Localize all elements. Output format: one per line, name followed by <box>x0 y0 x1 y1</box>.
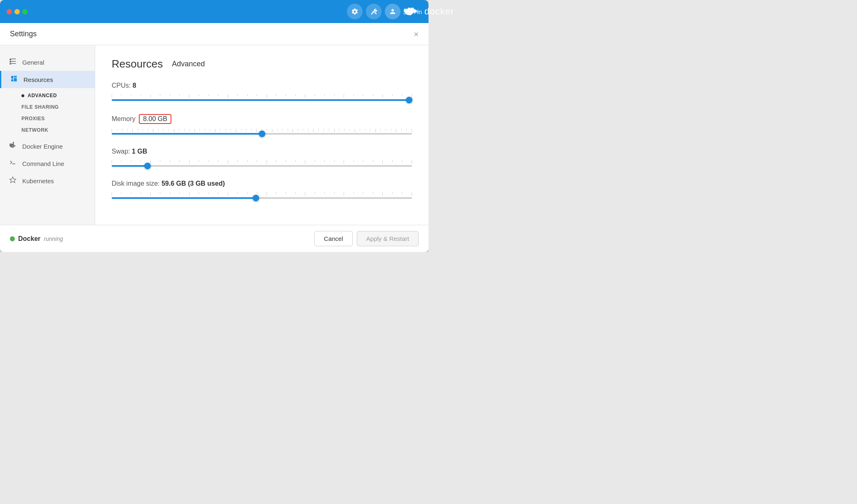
sub-label-advanced: ADVANCED <box>28 93 57 98</box>
swap-slider[interactable] <box>112 165 412 167</box>
svg-rect-14 <box>11 76 13 79</box>
tab-advanced[interactable]: Advanced <box>169 59 207 69</box>
cpus-tick-row <box>112 94 412 98</box>
sidebar-item-docker-engine[interactable]: Docker Engine <box>0 138 95 155</box>
memory-slider[interactable] <box>112 133 412 135</box>
sub-label-proxies: PROXIES <box>21 116 45 121</box>
sidebar-label-kubernetes: Kubernetes <box>22 177 54 184</box>
svg-rect-9 <box>10 61 12 63</box>
svg-rect-10 <box>10 63 12 65</box>
svg-rect-12 <box>12 61 16 62</box>
memory-label: Memory 8.00 GB <box>112 114 412 124</box>
titlebar-left <box>7 9 28 14</box>
bottom-bar: Docker running Cancel Apply & Restart <box>0 225 428 252</box>
wrench-icon-btn[interactable] <box>366 4 382 19</box>
titlebar: docker Sign in <box>0 0 428 23</box>
cpus-section: CPUs: 8 <box>112 82 412 101</box>
sidebar-item-general[interactable]: General <box>0 54 95 71</box>
close-button[interactable]: × <box>414 30 419 38</box>
disk-label: Disk image size: 59.6 GB (3 GB used) <box>112 180 412 187</box>
disk-thumb[interactable] <box>253 195 259 201</box>
settings-icon-btn[interactable] <box>347 4 363 19</box>
disk-section: Disk image size: 59.6 GB (3 GB used) <box>112 180 412 199</box>
disk-tick-row <box>112 192 412 196</box>
svg-marker-24 <box>10 177 16 183</box>
command-line-icon <box>8 159 17 168</box>
cpus-slider[interactable] <box>112 99 412 101</box>
close-traffic-light[interactable] <box>7 9 12 14</box>
bottom-actions: Cancel Apply & Restart <box>314 231 419 246</box>
resources-icon <box>9 75 19 84</box>
swap-label: Swap: 1 GB <box>112 148 412 155</box>
kubernetes-icon <box>8 176 17 185</box>
sidebar-label-general: General <box>22 59 44 66</box>
docker-name: Docker <box>18 235 40 243</box>
sidebar-item-resources[interactable]: Resources <box>0 71 95 88</box>
docker-status: Docker running <box>10 235 63 243</box>
main-panel: Resources Advanced CPUs: 8 <box>95 45 428 225</box>
cpus-thumb[interactable] <box>406 97 412 103</box>
titlebar-center: docker <box>403 5 428 18</box>
cpus-label: CPUs: 8 <box>112 82 412 89</box>
svg-rect-23 <box>13 142 14 143</box>
apply-restart-button[interactable]: Apply & Restart <box>357 231 419 246</box>
svg-rect-11 <box>12 58 16 59</box>
swap-tick-row <box>112 160 412 163</box>
svg-rect-16 <box>14 76 17 77</box>
app-name: docker <box>424 6 428 17</box>
sidebar-sub-menu: ADVANCED FILE SHARING PROXIES NETWORK <box>0 88 95 138</box>
main-content: Settings × General Resources <box>0 23 428 252</box>
docker-engine-icon <box>8 142 17 151</box>
panel-header: Resources Advanced <box>112 58 412 70</box>
svg-rect-8 <box>10 58 12 60</box>
status-running: running <box>44 236 63 242</box>
panel-title: Resources <box>112 58 163 70</box>
disk-slider[interactable] <box>112 197 412 199</box>
svg-rect-13 <box>12 63 16 64</box>
docker-logo-icon <box>403 5 420 18</box>
svg-point-7 <box>405 14 405 15</box>
sub-dot-advanced <box>21 94 24 97</box>
memory-thumb[interactable] <box>259 131 265 137</box>
sub-label-filesharing: FILE SHARING <box>21 104 59 110</box>
sidebar-sub-filesharing[interactable]: FILE SHARING <box>0 101 95 113</box>
traffic-lights <box>7 9 28 14</box>
swap-fill <box>112 165 148 167</box>
memory-value-box[interactable]: 8.00 GB <box>139 114 171 124</box>
sub-label-network: NETWORK <box>21 127 49 133</box>
swap-thumb[interactable] <box>144 163 151 169</box>
memory-section: Memory 8.00 GB <box>112 114 412 135</box>
settings-header: Settings × <box>0 23 428 45</box>
sidebar-label-docker-engine: Docker Engine <box>22 143 63 150</box>
sidebar-sub-advanced[interactable]: ADVANCED <box>0 90 95 101</box>
sidebar: General Resources ADVANCED FI <box>0 45 95 225</box>
status-dot <box>10 236 15 241</box>
sidebar-label-resources: Resources <box>23 76 53 83</box>
svg-rect-17 <box>14 78 17 82</box>
settings-title: Settings <box>10 30 37 38</box>
general-icon <box>8 58 17 67</box>
maximize-traffic-light[interactable] <box>22 9 28 14</box>
minimize-traffic-light[interactable] <box>14 9 20 14</box>
cpus-fill <box>112 99 409 101</box>
swap-section: Swap: 1 GB <box>112 148 412 167</box>
svg-rect-15 <box>11 79 13 82</box>
cancel-button[interactable]: Cancel <box>314 231 353 246</box>
sidebar-label-command-line: Command Line <box>22 160 64 167</box>
memory-fill <box>112 133 262 135</box>
sidebar-item-command-line[interactable]: Command Line <box>0 155 95 172</box>
disk-fill <box>112 197 256 199</box>
sidebar-item-kubernetes[interactable]: Kubernetes <box>0 172 95 189</box>
content-area: General Resources ADVANCED FI <box>0 45 428 225</box>
sidebar-sub-network[interactable]: NETWORK <box>0 124 95 136</box>
sidebar-sub-proxies[interactable]: PROXIES <box>0 113 95 124</box>
